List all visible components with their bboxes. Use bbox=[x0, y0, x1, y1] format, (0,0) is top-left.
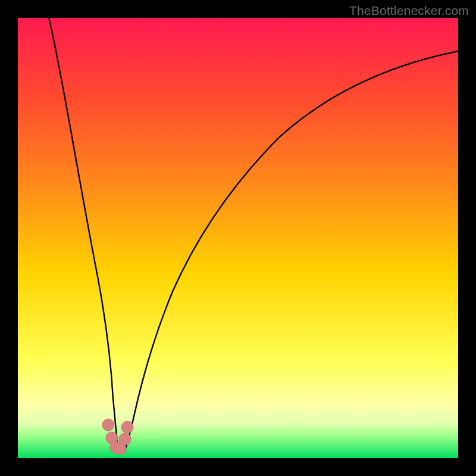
chart-frame: TheBottlenecker.com bbox=[0, 0, 476, 476]
svg-point-5 bbox=[121, 421, 133, 433]
svg-point-0 bbox=[102, 419, 114, 431]
chart-svg bbox=[18, 18, 458, 458]
svg-point-4 bbox=[119, 433, 131, 445]
watermark: TheBottlenecker.com bbox=[349, 4, 469, 18]
plot-area bbox=[18, 18, 458, 458]
gradient-background bbox=[18, 18, 458, 458]
